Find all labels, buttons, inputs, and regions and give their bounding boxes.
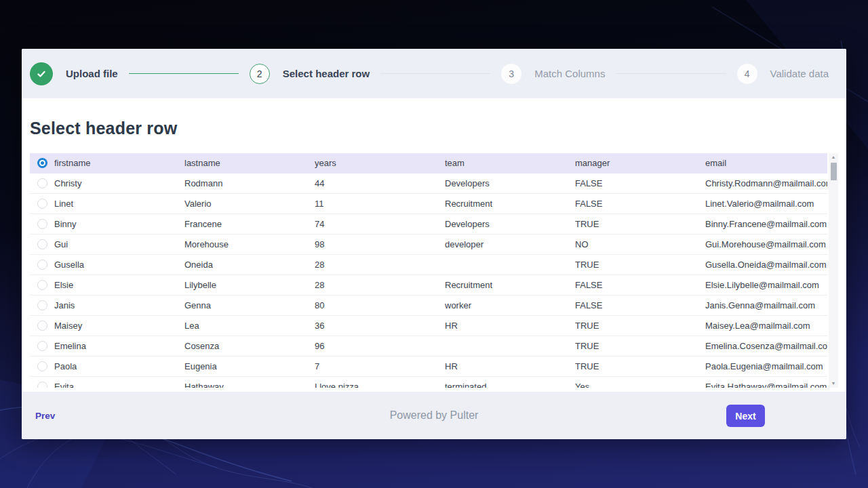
table-cell: Oneida: [184, 260, 315, 270]
table-cell: Recruitment: [445, 280, 575, 290]
step-connector: [380, 73, 490, 74]
table-cell: lastname: [184, 158, 315, 168]
table-row[interactable]: BinnyFrancene74DevelopersTRUEBinny.Franc…: [30, 214, 827, 235]
row-radio[interactable]: [37, 158, 47, 168]
row-radio[interactable]: [37, 178, 47, 188]
step-select-header-row: 2 Select header row: [250, 64, 370, 84]
table-cell: Lilybelle: [184, 280, 315, 290]
table-cell: Lea: [184, 321, 315, 331]
page-title: Select header row: [30, 119, 846, 138]
table-cell: Evita.Hathaway@mailmail.com: [705, 382, 827, 388]
table-row[interactable]: EvitaHathawayI love pizzaterminatedYesEv…: [30, 377, 827, 388]
table-cell: Gusella: [54, 260, 184, 270]
step-label: Validate data: [770, 68, 829, 79]
scroll-down-icon[interactable]: ▼: [831, 380, 836, 388]
table-cell: I love pizza: [315, 382, 445, 388]
table-cell: Gui.Morehouse@mailmail.com: [705, 239, 827, 249]
check-icon: [30, 62, 53, 85]
table-cell: email: [705, 158, 827, 168]
table-cell: 7: [315, 361, 445, 371]
table-cell: Cosenza: [184, 341, 315, 351]
table-cell: FALSE: [575, 300, 705, 310]
row-radio[interactable]: [37, 321, 47, 331]
table-cell: Linet: [54, 199, 184, 209]
table-cell: Valerio: [184, 199, 315, 209]
next-button[interactable]: Next: [726, 405, 765, 427]
table-row[interactable]: GusellaOneida28TRUEGusella.Oneida@mailma…: [30, 255, 827, 275]
table-cell: 80: [315, 300, 445, 310]
table-cell: Gusella.Oneida@mailmail.com: [705, 260, 827, 270]
table-row[interactable]: LinetValerio11RecruitmentFALSELinet.Vale…: [30, 194, 827, 214]
table-cell: Maisey.Lea@mailmail.com: [705, 321, 827, 331]
table-cell: TRUE: [575, 341, 705, 351]
row-radio[interactable]: [37, 219, 47, 229]
table-cell: TRUE: [575, 361, 705, 371]
table-cell: FALSE: [575, 280, 705, 290]
wizard-body: Select header row firstnamelastnameyears…: [22, 98, 846, 392]
table-cell: Janis.Genna@mailmail.com: [705, 300, 827, 310]
step-connector: [129, 73, 239, 74]
row-radio[interactable]: [37, 260, 47, 270]
table-cell: Maisey: [54, 321, 184, 331]
table-cell: Developers: [445, 219, 575, 229]
step-number: 3: [501, 64, 521, 84]
table-cell: Eugenia: [184, 361, 315, 371]
table-row[interactable]: ElsieLilybelle28RecruitmentFALSEElsie.Li…: [30, 275, 827, 296]
table-cell: Christy.Rodmann@mailmail.com: [705, 178, 827, 188]
row-radio[interactable]: [37, 361, 47, 371]
stepper: Upload file 2 Select header row 3 Match …: [22, 49, 846, 98]
vertical-scrollbar[interactable]: ▲ ▼: [829, 153, 838, 388]
table-row[interactable]: JanisGenna80workerFALSEJanis.Genna@mailm…: [30, 296, 827, 316]
table-row[interactable]: MaiseyLea36HRTRUEMaisey.Lea@mailmail.com: [30, 316, 827, 336]
table-cell: Rodmann: [184, 178, 315, 188]
table-cell: 74: [315, 219, 445, 229]
import-wizard-card: Upload file 2 Select header row 3 Match …: [22, 49, 846, 439]
step-validate-data: 4 Validate data: [737, 64, 829, 84]
table-cell: FALSE: [575, 178, 705, 188]
table-row[interactable]: ChristyRodmann44DevelopersFALSEChristy.R…: [30, 174, 827, 194]
table-row[interactable]: GuiMorehouse98developerNOGui.Morehouse@m…: [30, 235, 827, 255]
table-cell: 96: [315, 341, 445, 351]
table-cell: HR: [445, 361, 575, 371]
table-cell: HR: [445, 321, 575, 331]
header-candidate-row[interactable]: firstnamelastnameyearsteammanageremail: [30, 153, 827, 174]
row-radio[interactable]: [37, 239, 47, 249]
step-connector: [616, 73, 726, 74]
table-cell: 11: [315, 199, 445, 209]
step-number: 4: [737, 64, 757, 84]
table-cell: Linet.Valerio@mailmail.com: [705, 199, 827, 209]
table-cell: Emelina.Cosenza@mailmail.com: [705, 341, 827, 351]
table-cell: 28: [315, 260, 445, 270]
table-cell: Gui: [54, 239, 184, 249]
row-radio[interactable]: [37, 341, 47, 351]
row-radio[interactable]: [37, 300, 47, 310]
table-cell: terminated: [445, 382, 575, 388]
table-cell: Emelina: [54, 341, 184, 351]
table-wrap: firstnamelastnameyearsteammanageremail C…: [22, 153, 846, 388]
table-cell: NO: [575, 239, 705, 249]
row-radio[interactable]: [37, 280, 47, 290]
row-radio[interactable]: [37, 382, 47, 388]
table-cell: Hathaway: [184, 382, 315, 388]
scrollbar-thumb[interactable]: [831, 163, 837, 180]
table-cell: Binny: [54, 219, 184, 229]
table-cell: TRUE: [575, 321, 705, 331]
table-cell: developer: [445, 239, 575, 249]
table-cell: Paola: [54, 361, 184, 371]
table-row[interactable]: PaolaEugenia7HRTRUEPaola.Eugenia@mailmai…: [30, 357, 827, 377]
row-radio[interactable]: [37, 199, 47, 209]
table-cell: 36: [315, 321, 445, 331]
table-cell: team: [445, 158, 575, 168]
table-row[interactable]: EmelinaCosenza96TRUEEmelina.Cosenza@mail…: [30, 336, 827, 357]
table-cell: 44: [315, 178, 445, 188]
powered-by-label: Powered by Pulter: [22, 409, 846, 422]
table-cell: TRUE: [575, 260, 705, 270]
step-label: Select header row: [283, 68, 370, 79]
table-cell: years: [315, 158, 445, 168]
prev-button[interactable]: Prev: [35, 411, 55, 421]
scroll-up-icon[interactable]: ▲: [831, 153, 836, 161]
step-label: Match Columns: [534, 68, 605, 79]
table-cell: Genna: [184, 300, 315, 310]
table-cell: Paola.Eugenia@mailmail.com: [705, 361, 827, 371]
table-cell: Elsie.Lilybelle@mailmail.com: [705, 280, 827, 290]
